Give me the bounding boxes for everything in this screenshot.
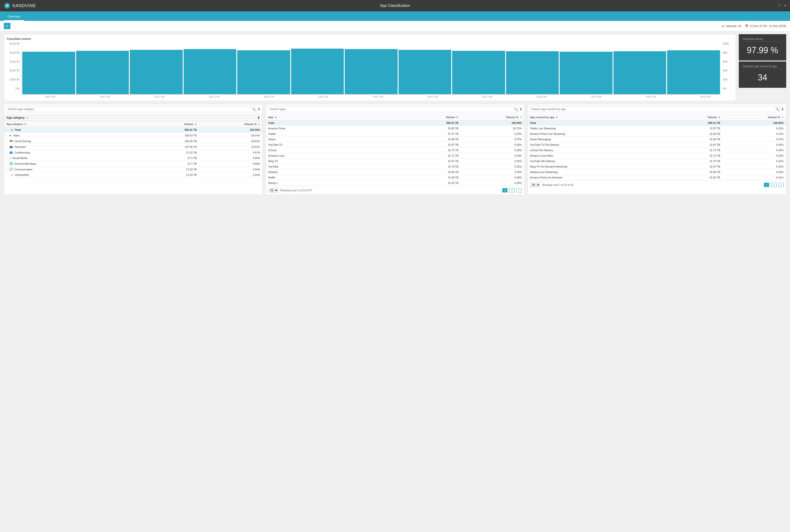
table-row[interactable]: YouTube TV 31.87 TB 5.35% <box>266 142 524 148</box>
bar-group-5 <box>291 42 344 94</box>
export-icon[interactable]: ⬇ <box>781 107 784 111</box>
row-volume: 595.41 TB <box>133 128 197 131</box>
table-row[interactable]: Sling TV 31.67 TB 5.32% <box>266 158 524 164</box>
col-sort-icon: ⇅ <box>556 116 558 119</box>
expand-btn[interactable]: › <box>6 146 7 148</box>
export-icon[interactable]: ⬇ <box>520 107 522 111</box>
expand-btn[interactable]: › <box>6 134 7 137</box>
app-content-search-input[interactable] <box>529 106 780 112</box>
table-row[interactable]: 🗂 Total 595.41 TB 100.00% <box>4 127 263 133</box>
table-row[interactable]: › # Social Media 27.1 TB 4.55% <box>4 155 263 161</box>
chart-row: Classified volume 50.00 TB 40.00 TB 30.0… <box>4 34 786 101</box>
col-header-volume[interactable]: Volume ⇅ <box>657 116 720 119</box>
app-category-title-text: App category <box>6 116 25 119</box>
col-header-app-content[interactable]: App content by app ⇅ <box>530 116 657 119</box>
y-pct-label-3: 40% <box>723 69 728 72</box>
row-volume: 31.67 TB <box>395 160 458 163</box>
table-row[interactable]: Shadow 31.66 TB 5.32% <box>266 169 524 175</box>
row-volume: 158.45 TB <box>133 140 197 142</box>
expand-btn[interactable]: › <box>6 168 7 171</box>
row-volume: 158.63 TB <box>133 134 197 137</box>
app-content-pagination: 25 50 Showing rows 1 to 25 of 39 1 2 > <box>527 180 786 189</box>
table-row[interactable]: Amazon Prime Live Streaming 32.20 TB 5.4… <box>527 131 786 137</box>
col-sort-icon-volpct: ▼ <box>258 123 260 126</box>
chart-inner <box>21 42 721 95</box>
help-icon[interactable]: ? <box>778 3 780 8</box>
table-row[interactable]: Amazon Prime On-Demand 31.62 TB 5.31% <box>527 175 786 180</box>
table-row[interactable]: YouTube TV File Delivery 31.87 TB 5.35% <box>527 142 786 148</box>
export-icon[interactable]: ⬇ <box>258 107 261 111</box>
x-label-6: 21/11 7:30 <box>351 95 405 98</box>
apps-page-2-btn[interactable]: 2 <box>509 188 515 192</box>
table-row[interactable]: Disney + 31.52 TB 5.29% <box>266 180 524 186</box>
row-volume: 27.1 TB <box>133 157 197 159</box>
table-row[interactable]: Netflix 31.58 TB 5.30% <box>266 175 524 180</box>
table-row[interactable]: Amazon Prime 63.82 TB 10.72% <box>266 126 524 131</box>
row-volume: 27.02 TB <box>133 168 197 171</box>
row-volume-pct: 5.30% <box>458 176 522 179</box>
bar-group-2 <box>130 42 183 94</box>
table-row[interactable]: Steam 31.95 TB 5.37% <box>266 137 524 142</box>
table-row[interactable]: YouTube 31.70 TB 5.32% <box>266 164 524 169</box>
apps-search-input[interactable] <box>268 106 518 112</box>
app-category-export[interactable]: ⬇ <box>257 116 260 119</box>
col-header-volume[interactable]: Volume ⇅ <box>133 123 197 126</box>
table-row[interactable]: Total 595.41 TB 100.00% <box>527 120 786 126</box>
col-header-app-category[interactable]: App category ⇅ <box>6 123 133 126</box>
table-row[interactable]: xCloud File Delivery 31.71 TB 5.33% <box>527 148 786 153</box>
row-name: Steam Messaging <box>530 138 657 141</box>
app-category-search-input[interactable] <box>6 106 257 112</box>
apps-page-size-select[interactable]: 25 50 <box>268 188 278 193</box>
sandvine-logo-icon <box>4 2 11 9</box>
table-row[interactable]: › 📺 Television 157.95 TB 26.53% <box>4 144 263 150</box>
category-icon: 👥 <box>9 151 13 154</box>
col-header-volume-pct[interactable]: Volume % ▼ <box>197 123 260 126</box>
apps-page-1-btn[interactable]: 1 <box>502 188 507 192</box>
table-row[interactable]: Twitter 37.07 TB 6.23% <box>266 131 524 137</box>
table-row[interactable]: YouTube File Delivery 31.70 TB 5.32% <box>527 158 786 164</box>
table-row[interactable]: Twitter Live Streaming 37.07 TB 6.23% <box>527 126 786 131</box>
expand-btn[interactable]: › <box>6 162 7 165</box>
table-row[interactable]: xCloud 31.71 TB 5.33% <box>266 148 524 153</box>
table-row[interactable]: › 🎮 Cloud Gaming 158.45 TB 26.61% <box>4 138 263 144</box>
row-name: Amazon Luna Other <box>530 154 657 157</box>
filter-button[interactable]: ≡ <box>4 23 11 29</box>
app-content-page-1-btn[interactable]: 1 <box>764 183 769 187</box>
row-name: Amazon Prime Live Streaming <box>530 132 657 135</box>
table-row[interactable]: › 👥 Conferencing 27.22 TB 4.57% <box>4 150 263 155</box>
table-row[interactable]: Shadow Live Streaming 31.66 TB 5.32% <box>527 169 786 175</box>
app-content-page-size-select[interactable]: 25 50 <box>530 183 540 187</box>
chart-container: Classified volume 50.00 TB 40.00 TB 30.0… <box>4 34 736 101</box>
expand-btn[interactable]: › <box>6 157 7 159</box>
category-icon: ▶ <box>9 134 12 137</box>
bars-area <box>21 42 721 94</box>
sort-icon[interactable]: ▼ <box>26 117 28 119</box>
table-row[interactable]: 🗂 Unclassified 11.94 TB 2.01% <box>4 172 263 178</box>
row-name: › 📺 Television <box>6 145 133 148</box>
expand-btn[interactable]: › <box>6 151 7 154</box>
col-sort-icon: ⇅ <box>275 116 276 119</box>
menu-icon[interactable]: ≡ <box>784 3 786 8</box>
bar-group-9 <box>506 42 559 94</box>
row-name-text: Cloud Gaming <box>14 140 31 142</box>
app-content-next-btn[interactable]: > <box>778 183 784 187</box>
app-content-page-2-btn[interactable]: 2 <box>771 183 776 187</box>
table-row[interactable]: Steam Messaging 31.95 TB 5.37% <box>527 137 786 142</box>
apps-next-btn[interactable]: > <box>517 188 522 192</box>
table-row[interactable]: › 🌐 General Web Apps 27.1 TB 4.55% <box>4 161 263 167</box>
expand-btn[interactable]: › <box>6 140 7 142</box>
row-name: Disney + <box>268 182 395 184</box>
table-row[interactable]: Amazon Luna 31.71 TB 5.33% <box>266 153 524 158</box>
col-header-volume[interactable]: Volume ⇅ <box>395 116 458 119</box>
col-header-volume-pct[interactable]: Volume % ▼ <box>720 116 784 119</box>
table-row[interactable]: › ▶ Video 158.63 TB 26.64% <box>4 133 263 138</box>
table-row[interactable]: Amazon Luna Other 31.71 TB 5.33% <box>527 153 786 158</box>
row-volume: 31.67 TB <box>657 165 720 168</box>
col-header-app[interactable]: App ⇅ <box>268 116 395 119</box>
col-header-volume-pct[interactable]: Volume % ▼ <box>458 116 522 119</box>
table-row[interactable]: Total 595.41 TB 100.00% <box>266 120 524 126</box>
table-row[interactable]: Sling TV On-Demand Streaming 31.67 TB 5.… <box>527 164 786 169</box>
row-volume: 31.62 TB <box>657 176 720 179</box>
table-row[interactable]: › 💬 Communication 27.02 TB 4.54% <box>4 167 263 172</box>
tab-overview[interactable]: Overview <box>4 13 24 21</box>
